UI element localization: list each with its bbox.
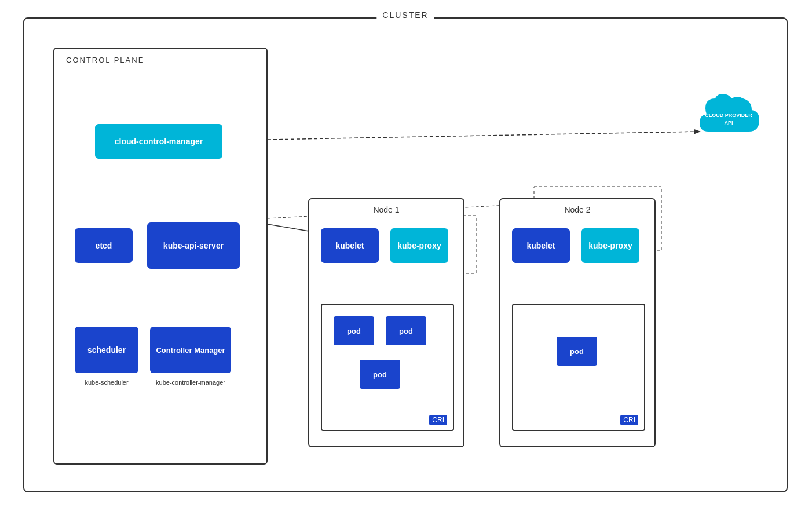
cloud-control-manager-label: cloud-control-manager <box>115 137 203 146</box>
cloud-provider-area: CLOUD PROVIDER API <box>688 76 769 158</box>
cluster-boundary: CLUSTER <box>23 17 788 492</box>
node2-label: Node 2 <box>564 205 590 214</box>
controller-manager-sublabel: kube-controller-manager <box>150 379 231 386</box>
node2-kubelet-label: kubelet <box>526 241 555 250</box>
scheduler-sublabel: kube-scheduler <box>75 379 138 386</box>
node2-boundary: Node 2 kubelet kube-proxy pod CRI <box>499 198 656 447</box>
node1-pod-container: pod pod pod CRI <box>321 304 454 431</box>
node1-kubelet-label: kubelet <box>335 241 364 250</box>
node1-pod2-label: pod <box>399 327 413 335</box>
controller-manager-label: Controller Manager <box>156 346 225 355</box>
node1-pod2: pod <box>386 316 426 345</box>
control-plane-label: CONTROL PLANE <box>66 56 144 64</box>
node1-pod1: pod <box>334 316 374 345</box>
node2-pod1-label: pod <box>570 347 584 356</box>
node2-cri-label: CRI <box>620 415 638 425</box>
scheduler-box: scheduler <box>75 327 138 373</box>
controller-manager-box: Controller Manager <box>150 327 231 373</box>
node2-kube-proxy-box: kube-proxy <box>581 228 639 263</box>
svg-text:CLOUD PROVIDER: CLOUD PROVIDER <box>705 112 752 118</box>
etcd-box: etcd <box>75 228 133 263</box>
node1-pod3-label: pod <box>373 370 387 379</box>
node1-boundary: Node 1 kubelet kube-proxy pod pod pod CR… <box>308 198 464 447</box>
cloud-control-manager-box: cloud-control-manager <box>95 124 222 159</box>
kube-api-server-label: kube-api-server <box>163 241 224 250</box>
node1-cri-label: CRI <box>429 415 447 425</box>
node1-kubelet-box: kubelet <box>321 228 379 263</box>
etcd-label: etcd <box>96 241 112 250</box>
node1-kube-proxy-box: kube-proxy <box>390 228 448 263</box>
node1-pod3: pod <box>360 360 400 389</box>
svg-text:API: API <box>724 120 733 126</box>
svg-line-7 <box>239 132 699 140</box>
node1-label: Node 1 <box>373 205 399 214</box>
node2-pod-container: pod CRI <box>512 304 645 431</box>
node1-pod1-label: pod <box>347 327 361 335</box>
kube-api-server-box: kube-api-server <box>147 222 240 269</box>
node2-kube-proxy-label: kube-proxy <box>588 241 632 250</box>
node2-pod1: pod <box>557 337 597 366</box>
cluster-label: CLUSTER <box>376 10 434 20</box>
control-plane-boundary: CONTROL PLANE cloud-control-manager kube… <box>53 48 268 465</box>
scheduler-label: scheduler <box>87 345 126 355</box>
node1-kube-proxy-label: kube-proxy <box>397 241 441 250</box>
node2-kubelet-box: kubelet <box>512 228 570 263</box>
cloud-provider-icon: CLOUD PROVIDER API <box>691 88 766 146</box>
